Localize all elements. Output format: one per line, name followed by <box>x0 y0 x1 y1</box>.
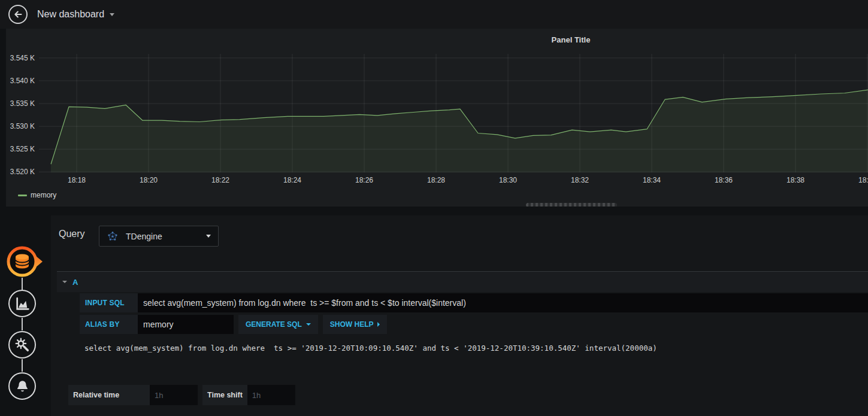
datasource-picker[interactable]: TDengine <box>99 226 219 247</box>
time-shift-input[interactable] <box>247 385 295 405</box>
alias-by-label: ALIAS BY <box>80 315 138 334</box>
collapse-caret-icon <box>62 281 67 283</box>
svg-text:18:40: 18:40 <box>858 176 868 184</box>
relative-time-label: Relative time <box>68 385 150 405</box>
svg-text:3.545 K: 3.545 K <box>10 54 35 62</box>
chevron-down-icon <box>110 13 114 16</box>
legend-color-dash <box>18 195 27 196</box>
chevron-down-icon <box>306 323 311 326</box>
time-shift-label: Time shift <box>202 385 247 405</box>
chevron-right-icon <box>377 322 380 327</box>
svg-text:18:18: 18:18 <box>68 176 86 184</box>
tab-alert[interactable] <box>8 372 36 400</box>
legend-label: memory <box>31 191 56 199</box>
svg-text:3.535 K: 3.535 K <box>10 99 35 108</box>
tab-queries[interactable] <box>4 245 44 282</box>
svg-text:18:26: 18:26 <box>355 176 373 184</box>
svg-text:3.520 K: 3.520 K <box>10 168 35 176</box>
svg-text:18:28: 18:28 <box>427 176 445 184</box>
legend-item-memory[interactable]: memory <box>18 191 56 199</box>
svg-text:18:36: 18:36 <box>715 176 733 184</box>
svg-text:18:38: 18:38 <box>787 176 805 184</box>
input-sql-row: INPUT SQL <box>80 293 868 312</box>
tdengine-logo-icon <box>107 230 119 242</box>
back-button[interactable] <box>8 5 28 24</box>
generate-sql-label: GENERATE SQL <box>246 320 302 329</box>
tab-connector-line <box>22 318 23 330</box>
svg-text:3.530 K: 3.530 K <box>10 122 35 130</box>
relative-time-input[interactable] <box>150 385 198 405</box>
tab-general[interactable] <box>8 331 36 359</box>
svg-text:18:34: 18:34 <box>643 176 661 184</box>
query-editor-section: Query TDengine A INPUT SQL ALIAS BY GENE… <box>51 215 868 416</box>
show-help-button[interactable]: SHOW HELP <box>323 315 388 334</box>
graph-panel: Panel Title 18:1818:2018:2218:2418:2618:… <box>6 29 868 207</box>
alias-by-row: ALIAS BY GENERATE SQL SHOW HELP <box>80 315 387 334</box>
top-header: New dashboard <box>0 0 868 29</box>
dashboard-title: New dashboard <box>37 9 104 20</box>
bell-alert-icon <box>14 378 31 394</box>
svg-text:18:22: 18:22 <box>211 176 229 184</box>
query-ref-row[interactable]: A <box>57 271 868 292</box>
spacer <box>198 385 202 405</box>
timeseries-chart[interactable]: 18:1818:2018:2218:2418:2618:2818:3018:32… <box>6 29 868 207</box>
generated-sql-preview: select avg(mem_system) from log.dn where… <box>84 344 657 353</box>
show-help-label: SHOW HELP <box>330 320 374 329</box>
svg-text:18:20: 18:20 <box>140 176 158 184</box>
chart-visualization-icon <box>14 296 31 312</box>
svg-text:18:30: 18:30 <box>499 176 517 184</box>
tab-visualization[interactable] <box>8 290 36 317</box>
generate-sql-button[interactable]: GENERATE SQL <box>238 315 318 334</box>
svg-text:18:24: 18:24 <box>283 176 301 184</box>
database-queries-icon <box>4 245 44 280</box>
svg-text:18:32: 18:32 <box>571 176 589 184</box>
svg-text:3.540 K: 3.540 K <box>10 77 35 85</box>
tab-connector-line <box>22 359 23 372</box>
input-sql-label: INPUT SQL <box>80 293 138 312</box>
query-time-options: Relative time Time shift <box>68 385 295 405</box>
svg-text:3.525 K: 3.525 K <box>10 145 35 153</box>
chevron-down-icon <box>206 235 211 238</box>
arrow-left-icon <box>13 9 23 20</box>
query-section-label: Query <box>59 229 85 239</box>
alias-by-field[interactable] <box>138 315 234 334</box>
input-sql-field[interactable] <box>138 293 868 312</box>
horizontal-scrollbar[interactable] <box>526 203 617 207</box>
tab-connector-line <box>22 278 23 290</box>
gear-wrench-icon <box>14 337 31 353</box>
datasource-name: TDengine <box>126 232 199 241</box>
query-ref-id: A <box>72 278 78 287</box>
dashboard-title-dropdown[interactable]: New dashboard <box>37 9 114 20</box>
